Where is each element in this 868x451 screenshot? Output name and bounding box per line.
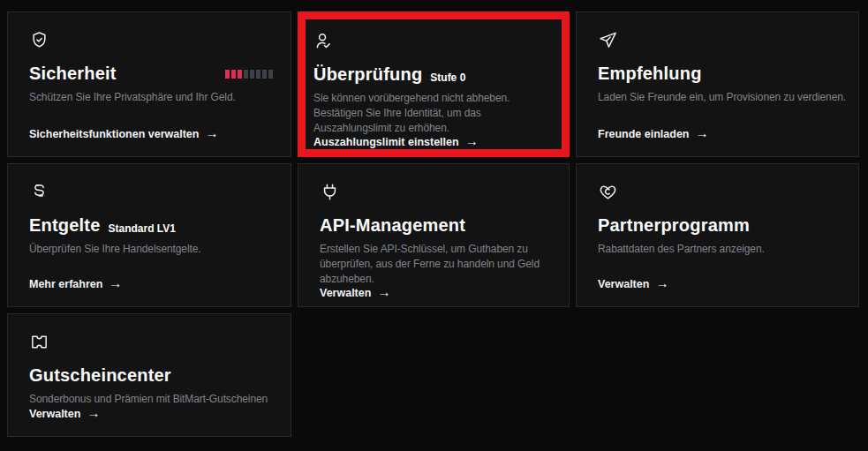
link-label: Verwalten xyxy=(598,278,649,290)
card-title: Partnerprogramm xyxy=(598,215,750,236)
card-title: Überprüfung xyxy=(313,64,422,85)
manage-api-link[interactable]: Verwalten → xyxy=(320,287,551,299)
card-description: Laden Sie Freunde ein, um Provisionen zu… xyxy=(598,90,841,105)
card-title: Sicherheit xyxy=(29,64,117,84)
invite-friends-link[interactable]: Freunde einladen → xyxy=(598,128,841,140)
card-description: Schützen Sie Ihre Privatsphäre und Ihr G… xyxy=(29,90,273,105)
progress-segment xyxy=(231,70,236,79)
link-label: Verwalten xyxy=(29,408,80,420)
progress-segment xyxy=(250,70,254,79)
link-label: Mehr erfahren xyxy=(29,278,102,290)
set-withdrawal-limit-link[interactable]: Auszahlungslimit einstellen → xyxy=(313,136,551,148)
plug-icon xyxy=(320,182,551,203)
progress-segment xyxy=(268,70,273,79)
card-title-row: Sicherheit xyxy=(29,64,273,84)
card-title-row: API-Management xyxy=(320,215,551,236)
verification-level-badge: Stufe 0 xyxy=(430,71,465,84)
arrow-right-icon: → xyxy=(465,136,479,147)
link-label: Freunde einladen xyxy=(598,128,690,140)
manage-vouchers-link[interactable]: Verwalten → xyxy=(29,408,273,420)
card-description: Sonderbonus und Prämien mit BitMart-Guts… xyxy=(29,392,273,407)
card-title: Gutscheincenter xyxy=(29,365,171,386)
shield-check-icon xyxy=(29,30,273,51)
card-title-row: Gutscheincenter xyxy=(29,365,273,386)
card-grid: Sicherheit Schützen Sie Ihre Privatsphär… xyxy=(7,11,859,437)
card-empfehlung: Empfehlung Laden Sie Freunde ein, um Pro… xyxy=(576,11,859,157)
ticket-icon xyxy=(29,332,273,353)
card-title: Entgelte xyxy=(29,215,101,236)
security-progress-bar xyxy=(225,70,273,79)
arrow-right-icon: → xyxy=(655,278,668,289)
link-label: Sicherheitsfunktionen verwalten xyxy=(29,128,199,140)
progress-segment xyxy=(225,70,230,79)
progress-segment xyxy=(256,70,260,79)
progress-segment xyxy=(238,70,242,79)
dollar-icon xyxy=(29,182,273,203)
card-partnerprogramm: Partnerprogramm Rabattdaten des Partners… xyxy=(576,163,859,307)
card-title: Empfehlung xyxy=(598,64,702,84)
card-description: Sie können vorübergehend nicht abheben. … xyxy=(313,91,551,136)
account-overview-page: Sicherheit Schützen Sie Ihre Privatsphär… xyxy=(0,0,868,451)
card-title: API-Management xyxy=(320,215,465,236)
progress-segment xyxy=(244,70,248,79)
arrow-right-icon: → xyxy=(696,128,709,139)
user-check-icon xyxy=(313,31,551,52)
manage-security-link[interactable]: Sicherheitsfunktionen verwalten → xyxy=(29,128,273,140)
progress-segment xyxy=(262,70,267,79)
arrow-right-icon: → xyxy=(205,128,218,139)
card-sicherheit: Sicherheit Schützen Sie Ihre Privatsphär… xyxy=(7,11,291,157)
card-gutscheincenter: Gutscheincenter Sonderbonus und Prämien … xyxy=(7,313,291,437)
card-api-management: API-Management Erstellen Sie API-Schlüss… xyxy=(298,163,570,307)
card-ueberpruefung-highlighted: Überprüfung Stufe 0 Sie können vorüberge… xyxy=(298,11,570,157)
learn-more-link[interactable]: Mehr erfahren → xyxy=(29,278,273,290)
partner-heart-icon xyxy=(598,182,841,203)
card-description: Erstellen Sie API-Schlüssel, um Guthaben… xyxy=(320,242,551,287)
link-label: Verwalten xyxy=(320,287,371,299)
paper-plane-icon xyxy=(598,30,841,51)
card-title-row: Partnerprogramm xyxy=(598,215,841,236)
fee-level-badge: Standard LV1 xyxy=(109,222,176,235)
card-description: Überprüfen Sie Ihre Handelsentgelte. xyxy=(29,242,273,257)
arrow-right-icon: → xyxy=(377,287,390,297)
arrow-right-icon: → xyxy=(109,278,122,289)
card-title-row: Überprüfung Stufe 0 xyxy=(313,64,551,85)
card-title-row: Empfehlung xyxy=(598,64,841,84)
card-entgelte: Entgelte Standard LV1 Überprüfen Sie Ihr… xyxy=(7,163,291,307)
manage-partner-link[interactable]: Verwalten → xyxy=(598,278,841,290)
card-title-row: Entgelte Standard LV1 xyxy=(29,215,273,236)
card-description: Rabattdaten des Partners anzeigen. xyxy=(598,242,841,257)
arrow-right-icon: → xyxy=(87,408,100,418)
link-label: Auszahlungslimit einstellen xyxy=(313,136,459,148)
